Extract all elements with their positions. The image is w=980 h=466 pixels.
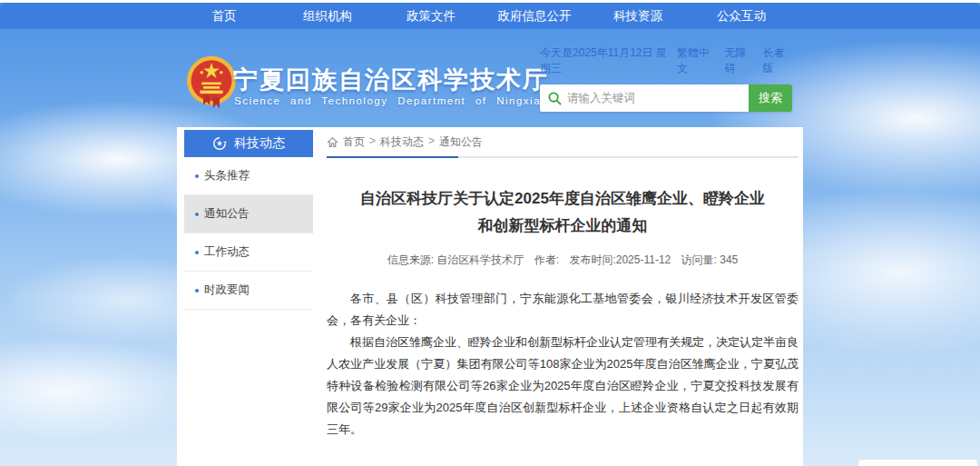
search-icon [548, 92, 562, 105]
article-paragraph: 各市、县（区）科技管理部门，宁东能源化工基地管委会，银川经济技术开发区管委会，各… [327, 288, 799, 332]
meta-author: 作者: [534, 253, 559, 266]
breadcrumb-items: 首页 > 科技动态 > 通知公告 [343, 134, 487, 150]
sidebar-title: 科技动态 [234, 135, 285, 152]
article-title-line1: 自治区科技厅关于认定2025年度自治区雏鹰企业、瞪羚企业 [327, 185, 799, 213]
current-date: 今天是2025年11月12日 星期三 [540, 45, 677, 76]
breadcrumb-divider [327, 156, 799, 158]
quick-links: 繁體中文 无障碍 长者版 [677, 45, 792, 76]
breadcrumb-link[interactable]: 通知公告 [439, 134, 483, 150]
bullet-dot-icon [195, 174, 199, 178]
sidebar-menu-item-label: 时政要闻 [204, 283, 250, 298]
sidebar-menu-item[interactable]: 头条推荐 [184, 157, 313, 195]
search-input[interactable] [567, 84, 749, 112]
quick-link[interactable]: 长者版 [762, 45, 792, 76]
home-icon [327, 136, 338, 148]
page-background: 首页 组织机构 政策文件 政府信息公开 科技资源 公众互动 宁夏回族自治区科学技… [0, 0, 980, 466]
nav-item[interactable]: 组织机构 [276, 8, 379, 25]
sidebar-menu: 头条推荐 通知公告 工作动态 时政要闻 [184, 157, 313, 310]
meta-source: 信息来源: 自治区科学技术厅 [387, 253, 524, 266]
sidebar-menu-item[interactable]: 时政要闻 [184, 272, 313, 310]
site-subtitle: Science and Technology Department of Nin… [234, 95, 541, 106]
floating-widget-edge [858, 459, 978, 466]
bullet-dot-icon [195, 251, 199, 254]
sidebar-menu-item-label: 头条推荐 [204, 168, 250, 183]
national-emblem-logo [185, 55, 238, 118]
article-meta: 信息来源: 自治区科学技术厅 作者: 发布时间:2025-11-12 访问量: … [327, 253, 799, 268]
breadcrumb-link[interactable]: 科技动态 [380, 134, 424, 150]
article-body: 各市、县（区）科技管理部门，宁东能源化工基地管委会，银川经济技术开发区管委会，各… [327, 288, 799, 441]
rotating-star-icon [212, 136, 227, 151]
bullet-dot-icon [195, 289, 199, 292]
breadcrumb: 首页 > 科技动态 > 通知公告 [327, 131, 799, 153]
quick-link[interactable]: 无障碍 [725, 45, 755, 76]
site-title: 宁夏回族自治区科学技术厅 [233, 64, 549, 96]
nav-item[interactable]: 科技资源 [586, 8, 690, 25]
article-paragraph: 根据自治区雏鹰企业、瞪羚企业和创新型标杆企业认定管理有关规定，决定认定半亩良人农… [327, 332, 799, 441]
breadcrumb-link[interactable]: 首页 [343, 134, 365, 150]
nav-item[interactable]: 政策文件 [379, 8, 483, 25]
sidebar-menu-item-label: 工作动态 [204, 244, 250, 260]
meta-visits: 访问量: 345 [681, 253, 739, 266]
breadcrumb-separator: > [428, 134, 435, 150]
article-title: 自治区科技厅关于认定2025年度自治区雏鹰企业、瞪羚企业 和创新型标杆企业的通知 [327, 185, 799, 240]
header-right: 今天是2025年11月12日 星期三 繁體中文 无障碍 长者版 搜索 [540, 45, 792, 112]
meta-publish-time: 发布时间:2025-11-12 [569, 253, 671, 266]
nav-item[interactable]: 政府信息公开 [483, 8, 586, 25]
sidebar-menu-item-label: 通知公告 [204, 206, 250, 222]
bullet-dot-icon [195, 213, 199, 216]
sidebar: 科技动态 头条推荐 通知公告 工作动态 [184, 130, 313, 310]
article-title-line2: 和创新型标杆企业的通知 [327, 213, 799, 240]
top-navigation: 首页 组织机构 政策文件 政府信息公开 科技资源 公众互动 [0, 3, 980, 29]
sidebar-header: 科技动态 [184, 130, 313, 157]
breadcrumb-separator: > [369, 134, 376, 150]
search-button[interactable]: 搜索 [749, 84, 792, 112]
search-bar: 搜索 [540, 84, 792, 112]
article-area: 首页 > 科技动态 > 通知公告 [327, 131, 799, 466]
quick-link[interactable]: 繁體中文 [677, 45, 717, 76]
nav-item[interactable]: 首页 [172, 8, 276, 25]
nav-item[interactable]: 公众互动 [690, 8, 793, 25]
content-panel: 科技动态 头条推荐 通知公告 工作动态 [177, 127, 803, 466]
sidebar-menu-item[interactable]: 通知公告 [184, 195, 313, 233]
sidebar-menu-item[interactable]: 工作动态 [184, 233, 313, 272]
